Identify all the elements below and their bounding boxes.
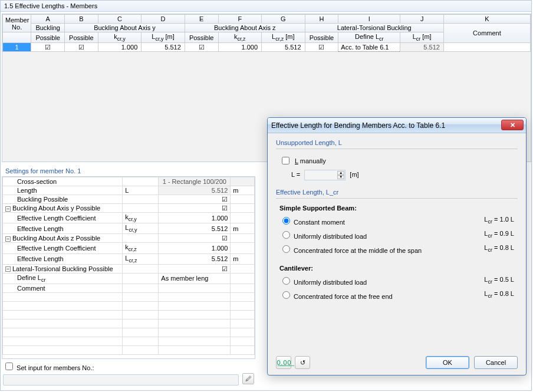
- cell-F[interactable]: 1.000: [218, 43, 262, 52]
- table-row[interactable]: 1 ☑ ☑ 1.000 5.512 ☑ 1.000 5.512 ☑ Acc. t…: [3, 43, 531, 52]
- row-Lcrz[interactable]: Effective Length Lcr,z 5.512 m: [3, 253, 255, 264]
- row-buckling-possible[interactable]: Buckling Possible ☑: [3, 195, 255, 204]
- sym-L: L: [123, 186, 159, 195]
- value-length: 5.512: [159, 186, 231, 195]
- col-letter-J[interactable]: J: [400, 15, 444, 24]
- L-value-input[interactable]: ▲▼: [304, 170, 346, 180]
- l-manually-checkbox[interactable]: [282, 157, 289, 164]
- checkbox-icon[interactable]: ☑: [318, 44, 324, 51]
- radio-udl-cantilever[interactable]: Uniformly distributed load Lcr = 0.5 L: [279, 275, 514, 286]
- collapse-icon[interactable]: −: [5, 206, 11, 212]
- hdr-kcrz[interactable]: kcr,z: [218, 32, 262, 43]
- label-comment: Comment: [3, 284, 123, 292]
- set-input-checkbox-label: Set input for members No.:: [17, 364, 94, 371]
- hdr-Lcrz[interactable]: Lcr,z [m]: [262, 32, 305, 43]
- col-letter-C[interactable]: C: [98, 15, 142, 24]
- hdr-possible-H[interactable]: Possible: [305, 32, 338, 43]
- cell-B[interactable]: ☑: [65, 43, 98, 52]
- ok-button[interactable]: OK: [426, 356, 469, 369]
- settings-grid[interactable]: Cross-section 1 - Rectangle 100/200 Leng…: [2, 176, 255, 359]
- cell-C[interactable]: 1.000: [98, 43, 142, 52]
- dialog-title-bar[interactable]: Effective Length for Bending Members Acc…: [268, 118, 526, 133]
- hdr-possible-A[interactable]: Possible: [31, 32, 65, 43]
- row-cross-section[interactable]: Cross-section 1 - Rectangle 100/200: [3, 177, 255, 186]
- hdr-possible-B[interactable]: Possible: [65, 32, 98, 43]
- radio-input[interactable]: [282, 217, 290, 225]
- col-member-no[interactable]: MemberNo.: [3, 15, 31, 32]
- row-Lcry[interactable]: Effective Length Lcr,y 5.512 m: [3, 223, 255, 234]
- col-letter-I[interactable]: I: [338, 15, 400, 24]
- cell-E[interactable]: ☑: [185, 43, 218, 52]
- value-ltb[interactable]: ☑: [159, 264, 231, 273]
- group-buckling[interactable]: Buckling: [31, 24, 65, 32]
- set-input-checkbox-input[interactable]: [5, 363, 13, 370]
- row-kcrz[interactable]: Effective Length Coefficient kcr,z 1.000: [3, 243, 255, 253]
- units-button[interactable]: 0͟.͟0͟0͟: [276, 356, 291, 369]
- group-axisy[interactable]: Buckling About Axis y: [65, 24, 185, 32]
- hdr-possible-E[interactable]: Possible: [185, 32, 218, 43]
- row-length[interactable]: Length L 5.512 m: [3, 186, 255, 195]
- radio-constant-moment[interactable]: Constant moment Lcr = 1.0 L: [279, 215, 514, 226]
- col-letter-B[interactable]: B: [65, 15, 98, 24]
- col-letter-F[interactable]: F: [218, 15, 262, 24]
- group-axisz[interactable]: Buckling About Axis z: [185, 24, 305, 32]
- value-kcry[interactable]: 1.000: [159, 213, 231, 223]
- value-Lcry[interactable]: 5.512: [159, 223, 231, 234]
- radio-conc-free-end[interactable]: Concentrated force at the free end Lcr =…: [279, 289, 514, 300]
- col-comment[interactable]: Comment: [443, 24, 530, 43]
- value-defineLcr[interactable]: As member leng: [159, 273, 231, 284]
- col-letter-A[interactable]: A: [31, 15, 65, 24]
- col-letter-G[interactable]: G: [262, 15, 305, 24]
- radio-udl-beam[interactable]: Uniformly distributed load Lcr = 0.9 L: [279, 229, 514, 240]
- cell-H[interactable]: ☑: [305, 43, 338, 52]
- value-comment[interactable]: [159, 284, 231, 292]
- cell-G[interactable]: 5.512: [262, 43, 305, 52]
- row-number[interactable]: 1: [3, 43, 31, 52]
- value-kcrz[interactable]: 1.000: [159, 243, 231, 253]
- settings-title: Settings for member No. 1: [5, 167, 81, 174]
- cell-D[interactable]: 5.512: [142, 43, 185, 52]
- label-axisy: −Buckling About Axis y Possible: [3, 204, 123, 213]
- row-comment[interactable]: Comment: [3, 284, 255, 292]
- cell-I[interactable]: Acc. to Table 6.1: [338, 43, 400, 52]
- collapse-icon[interactable]: −: [5, 266, 11, 272]
- checkbox-icon[interactable]: ☑: [199, 44, 205, 51]
- hdr-kcry[interactable]: kcr,y: [98, 32, 142, 43]
- row-axisy[interactable]: −Buckling About Axis y Possible ☑: [3, 204, 255, 213]
- spinner-icon[interactable]: ▲▼: [337, 171, 344, 179]
- checkbox-icon[interactable]: ☑: [45, 44, 51, 51]
- radio-conc-mid[interactable]: Concentrated force at the middle of the …: [279, 243, 514, 254]
- radio-input[interactable]: [282, 245, 290, 253]
- close-button[interactable]: ✕: [501, 120, 524, 130]
- row-ltb[interactable]: −Lateral-Torsional Buckling Possible ☑: [3, 264, 255, 273]
- row-kcry[interactable]: Effective Length Coefficient kcr,y 1.000: [3, 213, 255, 223]
- col-letter-D[interactable]: D: [142, 15, 185, 24]
- set-input-checkbox[interactable]: Set input for members No.:: [3, 364, 94, 371]
- col-letter-K[interactable]: K: [443, 15, 530, 24]
- group-effective-length: Effective Length, L_cr Simple Supported …: [276, 189, 518, 300]
- value-axisy[interactable]: ☑: [159, 204, 231, 213]
- row-defineLcr[interactable]: Define Lcr As member leng: [3, 273, 255, 284]
- group-ltb[interactable]: Lateral-Torsional Buckling: [305, 24, 443, 32]
- hdr-defineLcr[interactable]: Define Lcr: [338, 32, 400, 43]
- cell-K[interactable]: [443, 43, 530, 52]
- hdr-Lcr[interactable]: Lcr [m]: [400, 32, 444, 43]
- members-no-input[interactable]: [3, 374, 239, 386]
- value-buckling-possible[interactable]: ☑: [159, 195, 231, 204]
- hdr-Lcry[interactable]: Lcr,y [m]: [142, 32, 185, 43]
- radio-input[interactable]: [282, 277, 290, 285]
- cell-A[interactable]: ☑: [31, 43, 65, 52]
- pick-members-button[interactable]: 🖉: [242, 373, 254, 384]
- cancel-button[interactable]: Cancel: [474, 356, 518, 369]
- checkbox-icon[interactable]: ☑: [78, 44, 84, 51]
- col-letter-H[interactable]: H: [305, 15, 338, 24]
- collapse-icon[interactable]: −: [5, 236, 11, 242]
- radio-rhs: Lcr = 1.0 L: [484, 216, 514, 225]
- reset-button[interactable]: ↺: [295, 356, 310, 369]
- radio-input[interactable]: [282, 231, 290, 239]
- radio-input[interactable]: [282, 291, 290, 299]
- value-axisz[interactable]: ☑: [159, 234, 231, 243]
- value-Lcrz[interactable]: 5.512: [159, 253, 231, 264]
- row-axisz[interactable]: −Buckling About Axis z Possible ☑: [3, 234, 255, 243]
- col-letter-E[interactable]: E: [185, 15, 218, 24]
